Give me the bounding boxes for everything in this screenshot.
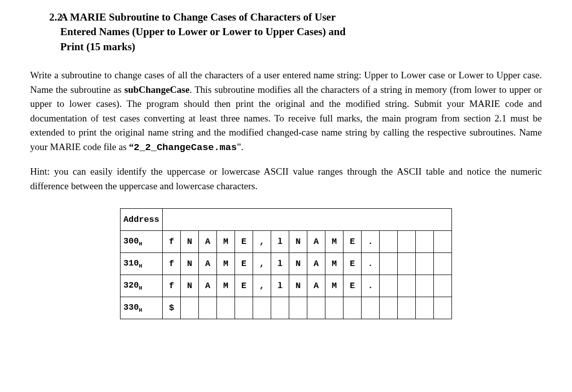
mem-cell: M bbox=[325, 231, 344, 253]
section-header: 2.2 A MARIE Subroutine to Change Cases o… bbox=[30, 10, 542, 54]
paragraph-hint: Hint: you can easily identify the upperc… bbox=[30, 165, 542, 193]
table-row: 330H $ bbox=[120, 297, 451, 319]
addr-sub: H bbox=[139, 307, 142, 313]
mem-cell bbox=[380, 297, 398, 319]
addr-cell: 300H bbox=[120, 231, 162, 253]
mem-cell: E bbox=[235, 275, 253, 297]
table-header-row: Address bbox=[120, 209, 451, 231]
mem-cell: E bbox=[235, 253, 253, 275]
addr-val: 330 bbox=[124, 303, 139, 312]
subroutine-name: subChangeCase bbox=[125, 84, 190, 95]
mem-cell: . bbox=[362, 231, 380, 253]
mem-cell: M bbox=[217, 231, 235, 253]
mem-cell: f bbox=[163, 275, 181, 297]
filename: 2_2_ChangeCase.mas bbox=[134, 142, 237, 153]
mem-cell: f bbox=[163, 231, 181, 253]
mem-cell bbox=[398, 231, 416, 253]
mem-cell bbox=[307, 297, 325, 319]
mem-cell bbox=[271, 297, 289, 319]
addr-val: 320 bbox=[124, 281, 139, 290]
mem-cell bbox=[380, 253, 398, 275]
mem-cell bbox=[181, 297, 199, 319]
mem-cell: N bbox=[289, 231, 307, 253]
header-address: Address bbox=[120, 209, 162, 231]
mem-cell: N bbox=[181, 275, 199, 297]
title-line-1: A MARIE Subroutine to Change Cases of Ch… bbox=[60, 11, 336, 23]
mem-cell: , bbox=[253, 253, 271, 275]
mem-cell bbox=[398, 253, 416, 275]
addr-sub: H bbox=[139, 241, 142, 247]
mem-cell bbox=[416, 253, 434, 275]
mem-cell: N bbox=[181, 253, 199, 275]
mem-cell bbox=[253, 297, 271, 319]
mem-cell bbox=[380, 275, 398, 297]
mem-cell: M bbox=[325, 253, 344, 275]
mem-cell bbox=[434, 253, 452, 275]
mem-cell bbox=[434, 275, 452, 297]
section-number: 2.2 bbox=[30, 10, 60, 54]
mem-cell: f bbox=[163, 253, 181, 275]
addr-cell: 320H bbox=[120, 275, 162, 297]
mem-cell: A bbox=[199, 231, 217, 253]
mem-cell: . bbox=[362, 253, 380, 275]
mem-cell bbox=[398, 275, 416, 297]
title-line-2: Entered Names (Upper to Lower or Lower t… bbox=[60, 26, 346, 38]
mem-cell bbox=[325, 297, 344, 319]
mem-cell: l bbox=[271, 275, 289, 297]
table-row: 320H f N A M E , l N A M E . bbox=[120, 275, 451, 297]
mem-cell: , bbox=[253, 231, 271, 253]
mem-cell: A bbox=[307, 253, 325, 275]
mem-cell bbox=[416, 297, 434, 319]
mem-cell bbox=[380, 231, 398, 253]
addr-cell: 310H bbox=[120, 253, 162, 275]
mem-cell bbox=[434, 231, 452, 253]
mem-cell: l bbox=[271, 253, 289, 275]
p1c: ”. bbox=[237, 142, 244, 152]
mem-cell: E bbox=[344, 231, 362, 253]
mem-cell: A bbox=[199, 253, 217, 275]
mem-cell: A bbox=[307, 231, 325, 253]
section-title: A MARIE Subroutine to Change Cases of Ch… bbox=[60, 10, 542, 54]
mem-cell: E bbox=[344, 275, 362, 297]
mem-cell bbox=[344, 297, 362, 319]
mem-cell: E bbox=[235, 231, 253, 253]
mem-cell bbox=[289, 297, 307, 319]
memory-table-wrapper: Address 300H f N A M E , l N A M E . 310… bbox=[30, 208, 542, 319]
mem-cell bbox=[416, 275, 434, 297]
mem-cell: $ bbox=[163, 297, 181, 319]
paragraph-1: Write a subroutine to change cases of al… bbox=[30, 68, 542, 155]
addr-val: 310 bbox=[124, 258, 139, 268]
mem-cell bbox=[434, 297, 452, 319]
mem-cell: N bbox=[289, 253, 307, 275]
addr-sub: H bbox=[139, 263, 142, 269]
mem-cell: M bbox=[217, 275, 235, 297]
mem-cell bbox=[416, 231, 434, 253]
header-gap bbox=[163, 209, 452, 231]
table-row: 300H f N A M E , l N A M E . bbox=[120, 231, 451, 253]
mem-cell bbox=[217, 297, 235, 319]
mem-cell bbox=[398, 297, 416, 319]
mem-cell: M bbox=[217, 253, 235, 275]
addr-cell: 330H bbox=[120, 297, 162, 319]
mem-cell: M bbox=[325, 275, 344, 297]
mem-cell: N bbox=[289, 275, 307, 297]
mem-cell: N bbox=[181, 231, 199, 253]
addr-val: 300 bbox=[124, 236, 139, 246]
mem-cell bbox=[362, 297, 380, 319]
mem-cell: l bbox=[271, 231, 289, 253]
mem-cell: A bbox=[199, 275, 217, 297]
mem-cell: , bbox=[253, 275, 271, 297]
mem-cell: E bbox=[344, 253, 362, 275]
quote-open: “ bbox=[129, 142, 134, 152]
mem-cell bbox=[199, 297, 217, 319]
table-row: 310H f N A M E , l N A M E . bbox=[120, 253, 451, 275]
addr-sub: H bbox=[139, 285, 142, 291]
mem-cell: . bbox=[362, 275, 380, 297]
memory-table: Address 300H f N A M E , l N A M E . 310… bbox=[120, 208, 452, 319]
mem-cell: A bbox=[307, 275, 325, 297]
title-line-3: Print (15 marks) bbox=[60, 41, 135, 53]
mem-cell bbox=[235, 297, 253, 319]
